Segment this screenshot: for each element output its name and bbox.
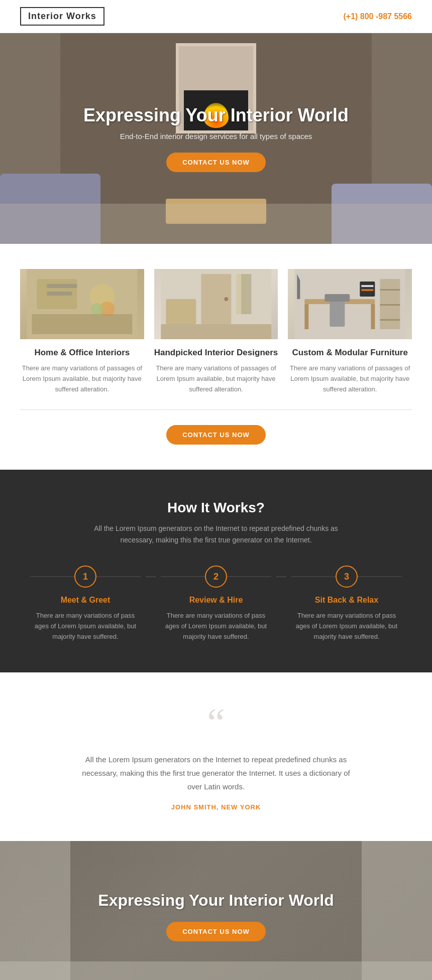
bottom-hero-content: Expressing Your Interior World CONTACT U… <box>98 891 334 941</box>
hero-subtitle: End-to-End interior design services for … <box>43 132 389 141</box>
svg-rect-27 <box>362 289 374 291</box>
service-card-1: Home & Office Interiors There are many v… <box>20 269 144 394</box>
step-desc-2: There are many variations of pass ages o… <box>161 611 271 642</box>
service-title-2: Handpicked Interior Designers <box>154 347 278 358</box>
svg-rect-11 <box>161 324 271 339</box>
hero-cta-button[interactable]: CONTACT US NOW <box>166 153 266 172</box>
step-title-2: Review & Hire <box>161 596 271 605</box>
svg-rect-17 <box>305 304 309 329</box>
svg-rect-24 <box>380 319 400 321</box>
services-section: Home & Office Interiors There are many v… <box>0 244 432 470</box>
service-image-3 <box>288 269 412 339</box>
bath-floor-decoration <box>0 961 432 980</box>
service-img-svg-2 <box>154 269 278 339</box>
svg-rect-19 <box>325 294 350 302</box>
hero-title: Expressing Your Interior World <box>43 105 389 126</box>
bottom-hero-section: Expressing Your Interior World CONTACT U… <box>0 841 432 980</box>
site-header: Interior Works (+1) 800 -987 5566 <box>0 0 432 33</box>
services-divider <box>20 409 412 410</box>
svg-point-6 <box>91 303 103 315</box>
hiw-step-2: 2 Review & Hire There are many variation… <box>151 566 281 642</box>
hiw-subtitle: All the Lorem Ipsum generators on the In… <box>90 523 342 545</box>
svg-rect-7 <box>32 314 132 334</box>
site-logo: Interior Works <box>20 7 104 26</box>
step-desc-1: There are many variations of pass ages o… <box>30 611 141 642</box>
testimonial-section: “ All the Lorem Ipsum generators on the … <box>0 672 432 841</box>
how-it-works-section: How It Works? All the Lorem Ipsum genera… <box>0 470 432 672</box>
svg-point-10 <box>224 297 228 301</box>
service-image-1 <box>20 269 144 339</box>
service-img-svg-3 <box>288 269 412 339</box>
service-title-3: Custom & Modular Furniture <box>288 347 412 358</box>
svg-rect-20 <box>330 302 345 327</box>
services-cta-button[interactable]: CONTACT US NOW <box>166 425 266 445</box>
hiw-step-3: 3 Sit Back & Relax There are many variat… <box>281 566 412 642</box>
step-title-1: Meet & Greet <box>30 596 141 605</box>
service-card-2: Handpicked Interior Designers There are … <box>154 269 278 394</box>
svg-rect-18 <box>371 304 375 329</box>
services-grid: Home & Office Interiors There are many v… <box>20 269 412 394</box>
service-title-1: Home & Office Interiors <box>20 347 144 358</box>
svg-rect-26 <box>362 285 374 287</box>
step-line-1: 1 <box>30 566 141 588</box>
step-line-2: 2 <box>161 566 271 588</box>
svg-rect-2 <box>47 284 77 288</box>
bath-cabinet-left-decoration <box>0 841 70 980</box>
step-line-3: 3 <box>291 566 402 588</box>
service-desc-3: There are many variations of passages of… <box>288 363 412 394</box>
hiw-step-1: 1 Meet & Greet There are many variations… <box>20 566 151 642</box>
testimonial-text: All the Lorem Ipsum generators on the In… <box>75 753 357 793</box>
hero-section: Expressing Your Interior World End-to-En… <box>0 33 432 244</box>
phone-number[interactable]: (+1) 800 -987 5566 <box>343 12 412 21</box>
services-cta: CONTACT US NOW <box>20 425 412 455</box>
hiw-steps-container: 1 Meet & Greet There are many variations… <box>20 566 412 642</box>
step-number-1: 1 <box>74 566 96 588</box>
hero-content: Expressing Your Interior World End-to-En… <box>43 105 389 172</box>
step-number-3: 3 <box>336 566 358 588</box>
hiw-title: How It Works? <box>20 500 412 516</box>
bottom-hero-title: Expressing Your Interior World <box>98 891 334 910</box>
service-desc-1: There are many variations of passages of… <box>20 363 144 394</box>
floor-decoration <box>0 204 432 244</box>
svg-rect-22 <box>380 289 400 291</box>
step-desc-3: There are many variations of pass ages o… <box>291 611 402 642</box>
service-image-2 <box>154 269 278 339</box>
service-img-svg-1 <box>20 269 144 339</box>
step-number-2: 2 <box>205 566 227 588</box>
service-desc-2: There are many variations of passages of… <box>154 363 278 394</box>
svg-rect-23 <box>380 304 400 306</box>
svg-rect-13 <box>241 274 251 314</box>
svg-rect-3 <box>47 292 72 296</box>
testimonial-author: JOHN SMITH, NEW YORK <box>40 803 392 811</box>
bottom-hero-cta-button[interactable]: CONTACT US NOW <box>166 922 266 941</box>
svg-rect-14 <box>166 299 196 324</box>
step-title-3: Sit Back & Relax <box>291 596 402 605</box>
service-card-3: Custom & Modular Furniture There are man… <box>288 269 412 394</box>
quote-icon: “ <box>40 703 392 743</box>
bath-cabinet-right-decoration <box>362 841 432 980</box>
